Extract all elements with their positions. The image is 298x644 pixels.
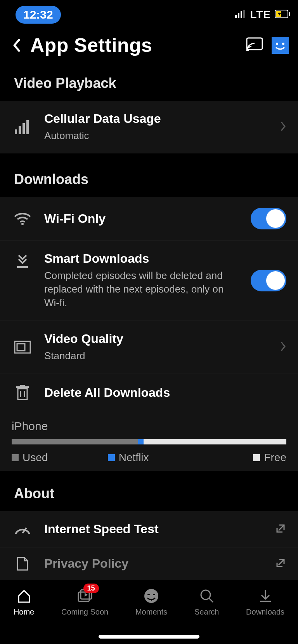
row-title: Delete All Downloads (44, 386, 286, 400)
battery-charging-icon (275, 10, 290, 20)
row-cellular-data-usage[interactable]: Cellular Data Usage Automatic (0, 101, 298, 153)
coming-soon-badge: 15 (83, 584, 99, 593)
svg-rect-19 (17, 344, 25, 351)
app-header: App Settings (0, 29, 298, 68)
svg-line-37 (209, 598, 213, 602)
row-privacy-policy[interactable]: Privacy Policy (0, 547, 298, 580)
network-label: LTE (250, 9, 271, 21)
svg-point-10 (276, 43, 278, 45)
storage-usage: iPhone Used Netflix Free (0, 411, 298, 471)
legend-used: Used (12, 451, 48, 464)
section-title-about: About (0, 486, 298, 502)
storage-bar (12, 439, 286, 444)
quality-icon (12, 341, 33, 354)
nav-downloads[interactable]: Downloads (246, 587, 284, 616)
wifi-only-toggle[interactable] (251, 208, 286, 229)
svg-point-11 (282, 43, 284, 45)
storage-device-label: iPhone (12, 420, 286, 433)
nav-home[interactable]: Home (14, 587, 34, 616)
page-title: App Settings (30, 34, 152, 57)
svg-rect-5 (289, 12, 290, 16)
chevron-right-icon (280, 341, 286, 353)
row-smart-downloads[interactable]: Smart Downloads Completed episodes will … (0, 240, 298, 320)
download-icon (257, 587, 274, 604)
home-indicator[interactable] (99, 635, 199, 639)
nav-search[interactable]: Search (194, 587, 219, 616)
row-description: Completed episodes will be deleted and r… (44, 269, 227, 310)
status-bar: 12:32 LTE (0, 0, 298, 29)
moments-icon (143, 587, 160, 604)
row-delete-all-downloads[interactable]: Delete All Downloads (0, 374, 298, 411)
nav-coming-soon[interactable]: 15 Coming Soon (61, 587, 108, 616)
section-title-playback: Video Playback (0, 75, 298, 91)
external-link-icon (275, 523, 286, 536)
wifi-icon (12, 212, 33, 225)
trash-icon (12, 385, 33, 400)
svg-rect-17 (17, 266, 28, 268)
svg-rect-9 (272, 37, 289, 54)
smart-downloads-toggle[interactable] (251, 270, 286, 291)
status-time: 12:32 (16, 6, 61, 24)
row-title: Privacy Policy (44, 556, 264, 571)
document-icon (12, 556, 33, 572)
storage-used-segment (12, 439, 138, 444)
back-button[interactable] (9, 38, 23, 52)
row-title: Cellular Data Usage (44, 112, 269, 126)
svg-rect-14 (23, 123, 25, 134)
svg-line-26 (279, 525, 284, 530)
smiley-avatar-icon (272, 37, 289, 54)
svg-rect-21 (16, 386, 29, 388)
search-icon (198, 587, 215, 604)
row-value: Standard (44, 349, 269, 363)
row-title: Wi-Fi Only (44, 212, 240, 226)
svg-rect-3 (243, 10, 245, 18)
chevron-right-icon (280, 121, 286, 133)
nav-moments[interactable]: Moments (135, 587, 167, 616)
svg-rect-1 (238, 13, 239, 18)
svg-line-27 (279, 560, 284, 565)
svg-rect-2 (241, 11, 242, 18)
section-title-downloads: Downloads (0, 171, 298, 188)
gauge-icon (12, 523, 33, 536)
svg-rect-22 (20, 385, 25, 386)
storage-netflix-segment (138, 439, 144, 444)
row-wifi-only[interactable]: Wi-Fi Only (0, 197, 298, 240)
svg-point-36 (201, 590, 210, 599)
svg-rect-12 (15, 129, 17, 134)
home-icon (16, 587, 33, 604)
cast-button[interactable] (246, 37, 263, 53)
storage-free-segment (144, 439, 286, 444)
svg-rect-15 (26, 120, 29, 134)
svg-rect-31 (147, 594, 150, 595)
row-title: Internet Speed Test (44, 522, 264, 536)
row-video-quality[interactable]: Video Quality Standard (0, 320, 298, 374)
svg-rect-32 (153, 594, 155, 595)
chevron-left-icon (12, 38, 21, 52)
smart-download-icon (12, 254, 33, 269)
svg-point-30 (144, 589, 158, 603)
external-link-icon (275, 557, 286, 570)
row-title: Video Quality (44, 332, 269, 346)
row-title: Smart Downloads (44, 251, 240, 266)
coming-soon-icon: 15 (76, 587, 94, 604)
row-value: Automatic (44, 129, 269, 143)
svg-point-8 (247, 49, 249, 51)
signal-bars-icon (12, 120, 33, 134)
cellular-signal-icon (235, 10, 246, 20)
cast-icon (246, 37, 263, 52)
profile-avatar[interactable] (272, 37, 289, 54)
legend-free: Free (253, 451, 286, 464)
legend-netflix: Netflix (108, 451, 149, 464)
svg-point-16 (21, 223, 24, 225)
row-speed-test[interactable]: Internet Speed Test (0, 511, 298, 547)
svg-rect-0 (235, 15, 237, 18)
svg-rect-20 (18, 389, 27, 399)
svg-rect-13 (19, 126, 21, 134)
svg-rect-28 (78, 592, 89, 601)
